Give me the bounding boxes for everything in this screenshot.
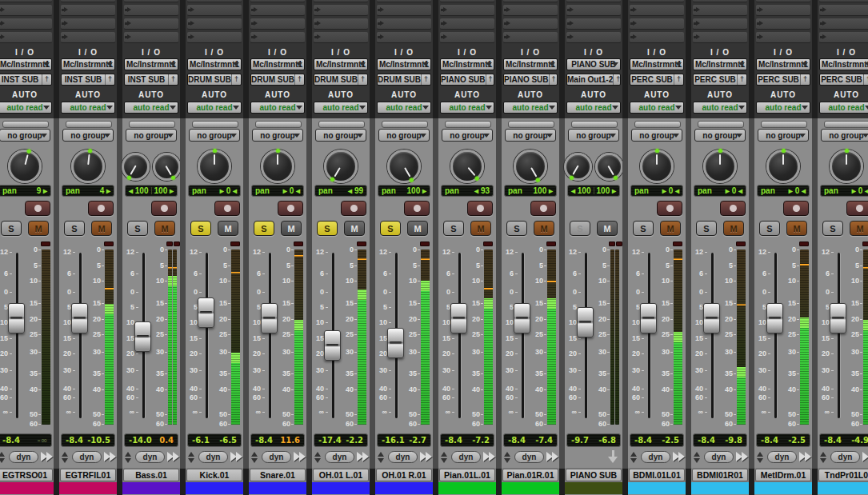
output-selector[interactable]: DRUM SUB † xyxy=(314,74,368,86)
insert-slot[interactable] xyxy=(314,32,368,43)
expand-arrows-icon[interactable] xyxy=(167,452,180,462)
clip-indicator[interactable] xyxy=(41,242,50,246)
dyn-button[interactable]: dyn xyxy=(451,451,481,463)
fader-track[interactable] xyxy=(838,253,840,418)
fader-track[interactable] xyxy=(79,253,82,418)
track-name[interactable]: Pian.01L.01 xyxy=(439,469,495,481)
insert-slot[interactable] xyxy=(819,32,868,43)
fader-track[interactable] xyxy=(458,253,461,418)
output-selector[interactable]: DRUM SUB † xyxy=(187,74,242,86)
output-selector[interactable]: PERC SUB † xyxy=(819,74,868,86)
record-enable-button[interactable] xyxy=(404,201,430,216)
clip-indicator[interactable] xyxy=(104,242,114,246)
pan-knob[interactable] xyxy=(564,153,592,181)
nudge-spinner[interactable] xyxy=(757,452,764,463)
dyn-button[interactable]: dyn xyxy=(72,451,102,463)
insert-slot[interactable] xyxy=(61,0,115,2)
output-window-icon[interactable]: † xyxy=(486,74,494,85)
insert-slot[interactable] xyxy=(377,0,431,2)
insert-slot[interactable] xyxy=(693,18,747,30)
insert-slot[interactable] xyxy=(440,5,494,16)
output-selector[interactable]: INST SUB † xyxy=(61,74,115,86)
pan-knob[interactable] xyxy=(703,150,737,183)
insert-slot[interactable] xyxy=(566,32,621,43)
automation-mode-selector[interactable]: auto read xyxy=(124,102,178,114)
mute-button[interactable]: M xyxy=(470,221,491,236)
automation-mode-selector[interactable]: auto read xyxy=(756,102,810,114)
automation-mode-selector[interactable]: auto read xyxy=(250,102,305,114)
nudge-spinner[interactable] xyxy=(188,452,195,463)
mute-button[interactable]: M xyxy=(660,221,681,236)
output-selector[interactable]: PERC SUB † xyxy=(693,74,747,86)
insert-slot[interactable] xyxy=(0,32,52,43)
solo-button[interactable]: S xyxy=(759,221,780,236)
output-window-icon[interactable]: † xyxy=(42,74,51,85)
pan-knob[interactable] xyxy=(71,150,105,183)
record-enable-button[interactable] xyxy=(846,201,868,216)
group-selector[interactable]: no group xyxy=(821,129,868,142)
solo-button[interactable]: S xyxy=(570,221,590,236)
fader-handle[interactable] xyxy=(261,303,278,333)
output-selector[interactable]: PIANO SUB † xyxy=(503,74,558,86)
track-name[interactable]: PIANO SUB xyxy=(566,469,622,481)
pan-display[interactable]: pan 9 ▸ xyxy=(0,185,51,197)
clip-indicator[interactable] xyxy=(357,242,366,246)
volume-display[interactable]: -8.4 -9.8 xyxy=(693,433,747,447)
insert-slot[interactable] xyxy=(693,0,747,2)
nudge-spinner[interactable] xyxy=(694,452,701,463)
volume-display[interactable]: -8.4 -7.4 xyxy=(503,433,558,447)
pan-knob-right[interactable] xyxy=(595,153,623,181)
output-window-icon[interactable]: † xyxy=(549,74,558,85)
nudge-spinner[interactable] xyxy=(441,452,448,463)
insert-slot[interactable] xyxy=(693,5,747,16)
insert-slot[interactable] xyxy=(377,18,431,30)
insert-slot[interactable] xyxy=(756,32,810,43)
group-selector[interactable]: no group xyxy=(505,129,556,142)
fader-track[interactable] xyxy=(16,253,18,418)
fader-track[interactable] xyxy=(648,253,650,418)
mute-button[interactable]: M xyxy=(91,221,112,236)
group-selector[interactable]: no group xyxy=(442,129,493,142)
solo-button[interactable]: S xyxy=(822,221,843,236)
insert-slot[interactable] xyxy=(314,0,368,2)
pan-knob[interactable] xyxy=(830,150,863,183)
pan-display[interactable]: pan ▸ 0 ◂ xyxy=(251,185,304,197)
record-enable-button[interactable] xyxy=(530,201,556,216)
expand-arrows-icon[interactable] xyxy=(673,452,686,462)
insert-slot[interactable] xyxy=(693,32,747,43)
input-selector[interactable]: Mc/Instrmnt1 xyxy=(187,58,242,70)
record-enable-button[interactable] xyxy=(25,201,50,216)
automation-mode-selector[interactable]: auto read xyxy=(819,102,868,114)
record-enable-button[interactable] xyxy=(278,201,303,216)
fader-handle[interactable] xyxy=(703,303,720,333)
dyn-button[interactable]: dyn xyxy=(830,451,860,463)
record-enable-button[interactable] xyxy=(720,201,746,216)
group-selector[interactable]: no group xyxy=(252,129,303,142)
insert-slot[interactable] xyxy=(630,18,684,30)
fader-handle[interactable] xyxy=(640,303,657,333)
output-window-icon[interactable]: † xyxy=(737,74,746,85)
nudge-spinner[interactable] xyxy=(630,452,638,463)
input-selector[interactable]: Mc/Instrmnt1 xyxy=(61,58,115,70)
mute-button[interactable]: M xyxy=(28,221,49,236)
volume-display[interactable]: -8.4 11.6 xyxy=(250,433,305,447)
mute-button[interactable]: M xyxy=(534,221,554,236)
insert-slot[interactable] xyxy=(187,18,242,30)
fader-handle[interactable] xyxy=(514,303,530,333)
solo-button[interactable]: S xyxy=(127,221,148,236)
output-selector[interactable]: PERC SUB † xyxy=(630,74,684,86)
fader-track[interactable] xyxy=(774,253,777,418)
insert-slot[interactable] xyxy=(0,18,52,30)
input-selector[interactable]: Mc/Instrmnt1 xyxy=(440,58,494,70)
expand-arrows-icon[interactable] xyxy=(104,452,117,462)
input-selector[interactable]: Mc/Instrmnt1 xyxy=(756,58,810,70)
insert-slot[interactable] xyxy=(756,18,810,30)
pan-display[interactable]: pan ▸ 0 ◂ xyxy=(188,185,241,197)
input-selector[interactable]: Mc/Instrmnt1 xyxy=(314,58,368,70)
pan-knob[interactable] xyxy=(450,150,484,183)
output-window-icon[interactable]: † xyxy=(421,74,430,85)
group-selector[interactable]: no group xyxy=(378,129,430,142)
output-window-icon[interactable]: † xyxy=(358,74,367,85)
fader-handle[interactable] xyxy=(324,330,341,361)
automation-mode-selector[interactable]: auto read xyxy=(61,102,115,114)
